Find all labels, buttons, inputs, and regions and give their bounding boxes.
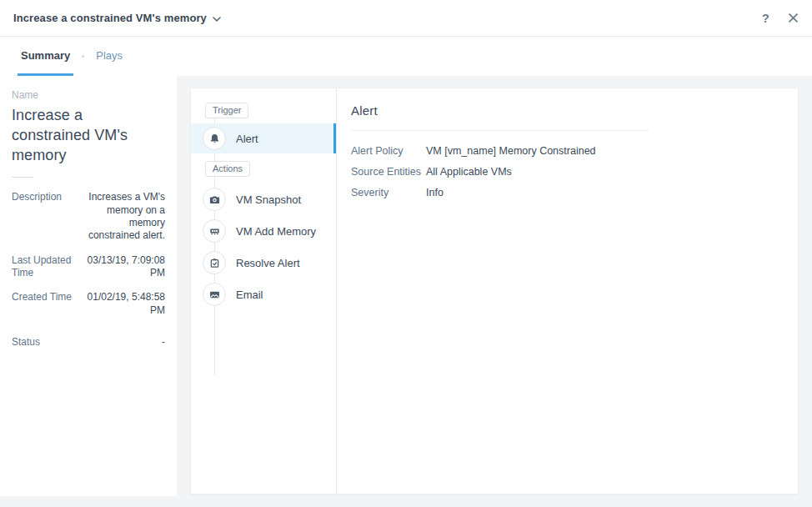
- workflow-item-alert[interactable]: Alert: [191, 123, 336, 153]
- workflow-item-label: Alert: [236, 133, 258, 145]
- tab-summary[interactable]: Summary: [18, 37, 73, 76]
- camera-icon: [203, 188, 226, 211]
- envelope-icon: [203, 283, 226, 306]
- detail-value: Info: [426, 187, 444, 198]
- detail-label: Alert Policy: [351, 145, 426, 157]
- workflow-column: Trigger Alert Actions: [191, 88, 337, 494]
- main-content: Name Increase a constrained VM's memory …: [0, 76, 812, 507]
- trigger-badge: Trigger: [205, 103, 248, 118]
- field-row-status: Status -: [12, 336, 165, 349]
- playbook-name: Increase a constrained VM's memory: [12, 106, 165, 165]
- field-label: Created Time: [12, 291, 85, 317]
- help-icon[interactable]: ?: [762, 11, 769, 25]
- workflow-item-vm-add-memory[interactable]: VM Add Memory: [191, 215, 336, 247]
- workflow-item-label: VM Snapshot: [236, 193, 301, 206]
- alert-detail-panel: Alert Alert Policy VM [vm_name] Memory C…: [337, 88, 798, 494]
- workflow-item-vm-snapshot[interactable]: VM Snapshot: [191, 183, 336, 215]
- workflow-item-email[interactable]: Email: [191, 279, 336, 310]
- field-row-created: Created Time 01/02/19, 5:48:58 PM: [12, 291, 165, 317]
- field-value: -: [85, 336, 165, 349]
- name-field-label: Name: [12, 89, 165, 101]
- field-row-last-updated: Last Updated Time 03/13/19, 7:09:08 PM: [12, 254, 165, 280]
- workflow-item-resolve-alert[interactable]: Resolve Alert: [191, 247, 336, 279]
- detail-row-source-entities: Source Entities All Applicable VMs: [351, 166, 784, 178]
- field-value: 01/02/19, 5:48:58 PM: [85, 291, 165, 317]
- detail-value: All Applicable VMs: [426, 166, 512, 178]
- memory-icon: [203, 219, 226, 243]
- tab-bar: Summary Plays: [0, 37, 812, 76]
- tab-separator-dot: [82, 55, 84, 58]
- actions-badge: Actions: [205, 161, 250, 177]
- detail-label: Severity: [351, 187, 426, 198]
- page-title: Increase a constrained VM's memory: [13, 12, 207, 24]
- detail-heading: Alert: [351, 103, 784, 118]
- field-row-description: Description Increases a VM's memory on a…: [12, 191, 165, 242]
- detail-row-alert-policy: Alert Policy VM [vm_name] Memory Constra…: [351, 145, 784, 157]
- clipboard-check-icon: [203, 251, 226, 274]
- workflow-item-label: Email: [236, 289, 263, 301]
- playbook-card: Trigger Alert Actions: [190, 88, 799, 494]
- summary-panel: Name Increase a constrained VM's memory …: [0, 76, 177, 496]
- bell-icon: [203, 127, 226, 150]
- playbook-title-dropdown[interactable]: Increase a constrained VM's memory: [13, 12, 221, 24]
- field-label: Last Updated Time: [12, 254, 85, 280]
- field-label: Status: [12, 336, 85, 349]
- tab-plays[interactable]: Plays: [93, 37, 126, 76]
- divider: [351, 130, 649, 131]
- workflow-item-label: Resolve Alert: [236, 257, 300, 269]
- detail-label: Source Entities: [351, 166, 426, 178]
- workflow-item-label: VM Add Memory: [236, 225, 316, 238]
- divider: [12, 177, 33, 178]
- field-value: Increases a VM's memory on a memory cons…: [85, 191, 165, 242]
- chevron-down-icon: [213, 17, 221, 22]
- detail-row-severity: Severity Info: [351, 187, 784, 198]
- detail-value: VM [vm_name] Memory Constrained: [426, 145, 596, 157]
- top-bar: Increase a constrained VM's memory ?: [0, 0, 812, 37]
- close-icon[interactable]: [788, 13, 799, 23]
- field-label: Description: [12, 191, 85, 242]
- field-value: 03/13/19, 7:09:08 PM: [85, 254, 165, 280]
